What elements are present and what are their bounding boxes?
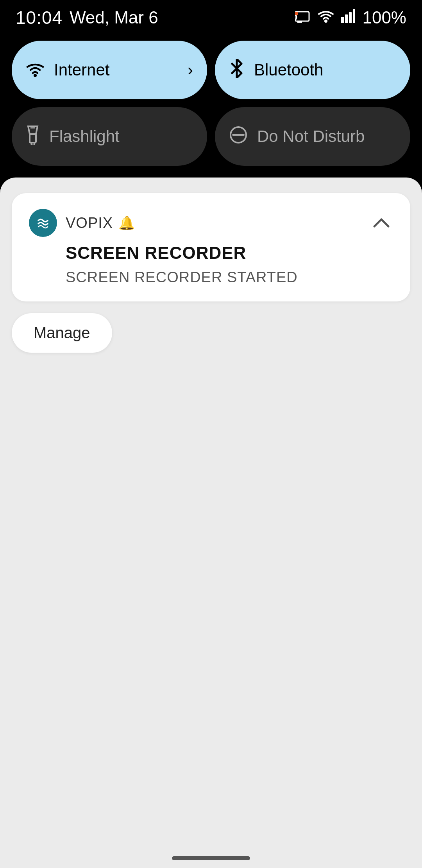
dnd-label: Do Not Disturb [257,127,396,146]
svg-point-3 [324,20,327,23]
svg-rect-12 [31,143,34,145]
svg-rect-1 [297,21,302,23]
flashlight-icon [26,125,40,148]
status-right: 100% [295,8,406,27]
notification-area: VOPIX 🔔 SCREEN RECORDER SCREEN RECORDER … [0,178,422,868]
svg-rect-4 [341,17,344,23]
bluetooth-label: Bluetooth [254,61,396,79]
svg-rect-6 [349,12,352,23]
bluetooth-icon [229,59,245,81]
flashlight-label: Flashlight [49,127,193,146]
app-name-row: VOPIX 🔔 [66,215,135,231]
svg-rect-5 [345,14,348,23]
svg-rect-9 [30,134,36,143]
status-left: 10:04 Wed, Mar 6 [16,7,158,28]
notification-body: SCREEN RECORDER STARTED [29,269,393,286]
svg-rect-2 [295,12,298,15]
status-bar: 10:04 Wed, Mar 6 [0,0,422,33]
wifi-icon [26,60,45,80]
battery-level: 100% [362,8,406,27]
status-time: 10:04 [16,7,63,28]
notification-header: VOPIX 🔔 [29,209,393,237]
vopix-app-icon [29,209,57,237]
dnd-icon [229,126,248,147]
flashlight-tile[interactable]: Flashlight [12,107,207,166]
signal-icon [341,9,355,27]
svg-rect-7 [353,9,355,23]
do-not-disturb-tile[interactable]: Do Not Disturb [215,107,410,166]
quick-settings-panel: Internet › Bluetooth Flashlight [0,33,422,178]
internet-arrow-icon: › [188,61,193,79]
internet-tile[interactable]: Internet › [12,41,207,99]
status-date: Wed, Mar 6 [70,8,158,27]
notification-collapse-button[interactable] [370,211,393,235]
cast-icon [295,9,311,26]
notification-bell-icon: 🔔 [118,215,135,231]
manage-button[interactable]: Manage [12,313,112,353]
app-name: VOPIX [66,215,113,231]
notification-app-info: VOPIX 🔔 [29,209,135,237]
vopix-notification-card: VOPIX 🔔 SCREEN RECORDER SCREEN RECORDER … [12,193,410,301]
home-indicator [172,856,250,860]
internet-label: Internet [54,61,178,79]
notification-title: SCREEN RECORDER [29,243,393,263]
bluetooth-tile[interactable]: Bluetooth [215,41,410,99]
svg-point-8 [34,74,37,77]
wifi-status-icon [318,9,334,26]
